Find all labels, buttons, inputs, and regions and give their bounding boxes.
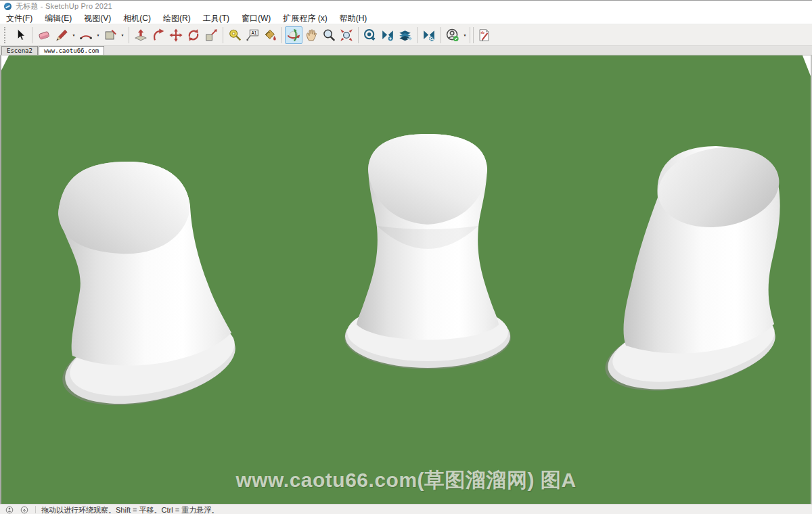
scene-canvas[interactable] [0, 55, 812, 504]
toolbar-grip[interactable] [4, 27, 8, 43]
cooling-tower-right[interactable] [598, 139, 785, 404]
scene-tab-bar: Escena2www.caotu66.com [0, 46, 812, 55]
zoom-extents-button[interactable] [338, 26, 355, 44]
toolbar-separator [281, 27, 282, 43]
orbit-button[interactable] [285, 26, 302, 44]
menu-item-6[interactable]: 工具(T) [197, 12, 235, 24]
menu-item-1[interactable]: 文件(F) [0, 12, 39, 24]
arc-dropdown-caret[interactable]: ▼ [95, 33, 102, 37]
scene-tab-1[interactable]: Escena2 [1, 46, 38, 55]
ruby-console-button[interactable] [475, 26, 493, 44]
cooling-tower-left[interactable] [55, 162, 242, 419]
help-icon[interactable] [5, 506, 14, 514]
scene-tab-2[interactable]: www.caotu66.com [39, 46, 104, 55]
cooling-tower-center[interactable] [344, 134, 511, 369]
move-icon [168, 28, 183, 43]
rotate-icon [186, 28, 201, 43]
toolbar-separator [441, 27, 441, 43]
line-dropdown-caret[interactable]: ▼ [70, 33, 77, 37]
follow-me-button[interactable] [150, 26, 167, 44]
sign-in-dropdown-caret[interactable]: ▼ [461, 33, 468, 37]
toolbar-separator [358, 27, 359, 43]
pan-icon [304, 28, 319, 43]
rectangle-icon [103, 28, 118, 43]
sign-in-button[interactable] [444, 26, 461, 44]
text-button[interactable] [244, 26, 261, 44]
arc-button[interactable] [77, 26, 95, 44]
scale-icon [204, 28, 219, 43]
menu-item-9[interactable]: 帮助(H) [334, 12, 374, 24]
toolbar-separator [417, 27, 418, 43]
follow-me-icon [151, 28, 166, 43]
zoom-icon [321, 28, 336, 43]
menu-item-4[interactable]: 相机(C) [117, 12, 157, 24]
paint-bucket-icon [263, 28, 277, 43]
rectangle-dropdown-caret[interactable]: ▼ [119, 33, 126, 37]
pan-button[interactable] [302, 26, 320, 44]
tape-measure-button[interactable] [226, 26, 244, 44]
menu-item-7[interactable]: 窗口(W) [235, 12, 277, 24]
toolbar-separator [32, 27, 32, 43]
toolbar-separator [470, 27, 470, 43]
extension-swap-icon [380, 28, 395, 43]
toolbar-separator [129, 27, 129, 43]
eraser-button[interactable] [35, 26, 53, 44]
sky-corner-right [803, 55, 812, 78]
move-button[interactable] [167, 26, 185, 44]
zoom-button[interactable] [320, 26, 338, 44]
sketchup-logo-icon [4, 3, 12, 10]
menu-item-5[interactable]: 绘图(R) [157, 12, 197, 24]
scale-button[interactable] [202, 26, 220, 44]
eraser-icon [37, 28, 51, 43]
orbit-icon [286, 28, 301, 43]
pencil-icon [54, 28, 69, 43]
menu-bar: 文件(F)编辑(E)视图(V)相机(C)绘图(R)工具(T)窗口(W)扩展程序 … [0, 12, 812, 24]
status-divider [35, 506, 36, 513]
arc-icon [78, 28, 93, 43]
ruby-console-icon [476, 28, 491, 43]
line-button[interactable] [53, 26, 70, 44]
extension-layers-button[interactable] [397, 26, 414, 44]
rotate-button[interactable] [185, 26, 202, 44]
window-title: 无标题 - SketchUp Pro 2021 [16, 1, 112, 11]
extension-circle-icon [363, 28, 378, 43]
extension-swap-button[interactable] [379, 26, 397, 44]
select-button[interactable] [12, 26, 29, 44]
extension-gear-icon [422, 28, 436, 43]
tape-measure-icon [227, 28, 242, 43]
info-icon[interactable] [20, 506, 28, 514]
text-icon [245, 28, 260, 43]
push-pull-button[interactable] [132, 26, 150, 44]
select-icon [13, 28, 28, 43]
menu-item-3[interactable]: 视图(V) [78, 12, 117, 24]
sky-corner-left [0, 55, 9, 73]
toolbar-separator [473, 27, 474, 43]
push-pull-icon [133, 28, 148, 43]
rectangle-button[interactable] [102, 26, 119, 44]
toolbar-separator [223, 27, 223, 43]
sign-in-icon [445, 28, 460, 43]
extension-layers-icon [398, 28, 413, 43]
menu-item-8[interactable]: 扩展程序 (x) [277, 12, 333, 24]
watermark-text: www.caotu66.com(草图溜溜网) 图A [1, 467, 811, 494]
paint-bucket-button[interactable] [261, 26, 279, 44]
status-bar: 拖动以进行环绕观察。Shift = 平移。Ctrl = 重力悬浮。 [0, 504, 812, 514]
title-bar: 无标题 - SketchUp Pro 2021 [0, 0, 812, 12]
zoom-extents-icon [339, 28, 354, 43]
menu-item-2[interactable]: 编辑(E) [39, 12, 78, 24]
status-hint: 拖动以进行环绕观察。Shift = 平移。Ctrl = 重力悬浮。 [41, 506, 219, 514]
toolbar: ▼▼▼▼ [0, 24, 812, 46]
extension-badge-button[interactable] [361, 26, 379, 44]
extension-gear-button[interactable] [420, 26, 438, 44]
model-viewport[interactable]: www.caotu66.com(草图溜溜网) 图A [0, 55, 812, 504]
